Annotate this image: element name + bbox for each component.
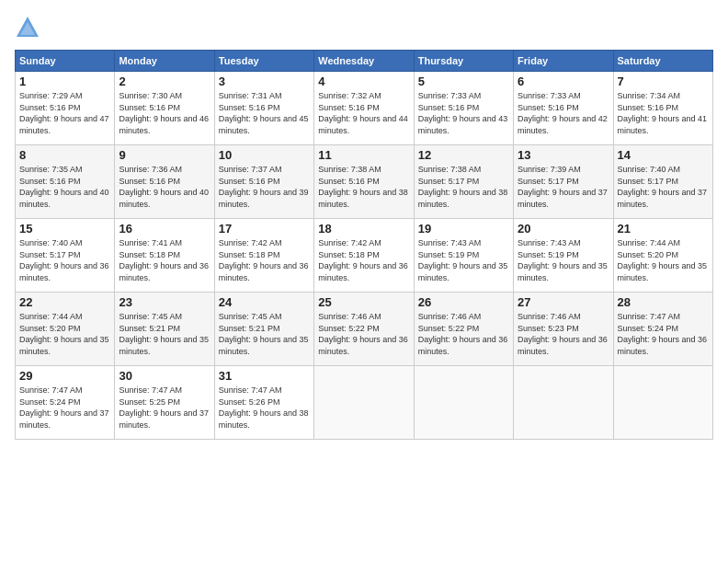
day-cell: [514, 366, 613, 440]
day-cell: 8Sunrise: 7:35 AMSunset: 5:16 PMDaylight…: [16, 145, 115, 219]
day-info: Sunrise: 7:46 AMSunset: 5:23 PMDaylight:…: [518, 312, 608, 356]
day-info: Sunrise: 7:38 AMSunset: 5:17 PMDaylight:…: [418, 165, 508, 209]
day-number: 30: [119, 369, 210, 383]
day-cell: 22Sunrise: 7:44 AMSunset: 5:20 PMDayligh…: [16, 293, 115, 366]
day-number: 29: [19, 369, 110, 383]
day-cell: 23Sunrise: 7:45 AMSunset: 5:21 PMDayligh…: [115, 293, 214, 366]
day-info: Sunrise: 7:44 AMSunset: 5:20 PMDaylight:…: [618, 238, 708, 282]
day-number: 26: [418, 295, 509, 309]
day-number: 8: [19, 148, 110, 162]
day-number: 9: [119, 148, 210, 162]
day-cell: 12Sunrise: 7:38 AMSunset: 5:17 PMDayligh…: [414, 145, 513, 219]
day-info: Sunrise: 7:46 AMSunset: 5:22 PMDaylight:…: [318, 312, 408, 356]
day-info: Sunrise: 7:42 AMSunset: 5:18 PMDaylight:…: [219, 238, 309, 282]
day-number: 15: [19, 222, 110, 236]
header-day-sunday: Sunday: [16, 51, 115, 72]
day-cell: 28Sunrise: 7:47 AMSunset: 5:24 PMDayligh…: [613, 293, 712, 366]
day-number: 10: [219, 148, 310, 162]
day-info: Sunrise: 7:37 AMSunset: 5:16 PMDaylight:…: [219, 165, 309, 209]
day-number: 25: [318, 295, 409, 309]
day-cell: 2Sunrise: 7:30 AMSunset: 5:16 PMDaylight…: [115, 72, 214, 145]
day-cell: 13Sunrise: 7:39 AMSunset: 5:17 PMDayligh…: [514, 145, 613, 219]
day-cell: 11Sunrise: 7:38 AMSunset: 5:16 PMDayligh…: [314, 145, 414, 219]
day-info: Sunrise: 7:41 AMSunset: 5:18 PMDaylight:…: [119, 238, 209, 282]
day-number: 11: [318, 148, 409, 162]
day-number: 31: [219, 369, 310, 383]
day-number: 2: [119, 75, 210, 88]
day-cell: 20Sunrise: 7:43 AMSunset: 5:19 PMDayligh…: [514, 219, 613, 293]
day-number: 19: [418, 222, 509, 236]
week-row-5: 29Sunrise: 7:47 AMSunset: 5:24 PMDayligh…: [16, 366, 713, 440]
week-row-1: 1Sunrise: 7:29 AMSunset: 5:16 PMDaylight…: [16, 72, 713, 145]
day-info: Sunrise: 7:40 AMSunset: 5:17 PMDaylight:…: [19, 238, 109, 282]
header-day-thursday: Thursday: [414, 51, 513, 72]
day-cell: [314, 366, 414, 440]
day-info: Sunrise: 7:31 AMSunset: 5:16 PMDaylight:…: [219, 91, 309, 135]
day-info: Sunrise: 7:33 AMSunset: 5:16 PMDaylight:…: [418, 91, 508, 135]
day-info: Sunrise: 7:47 AMSunset: 5:25 PMDaylight:…: [119, 385, 209, 430]
header-day-wednesday: Wednesday: [314, 51, 414, 72]
day-info: Sunrise: 7:34 AMSunset: 5:16 PMDaylight:…: [618, 91, 708, 135]
day-info: Sunrise: 7:33 AMSunset: 5:16 PMDaylight:…: [518, 91, 608, 135]
day-cell: 17Sunrise: 7:42 AMSunset: 5:18 PMDayligh…: [214, 219, 313, 293]
day-info: Sunrise: 7:46 AMSunset: 5:22 PMDaylight:…: [418, 312, 508, 356]
day-info: Sunrise: 7:42 AMSunset: 5:18 PMDaylight:…: [318, 238, 408, 282]
day-number: 21: [618, 222, 709, 236]
day-number: 17: [219, 222, 310, 236]
day-info: Sunrise: 7:47 AMSunset: 5:24 PMDaylight:…: [618, 312, 708, 356]
day-cell: 15Sunrise: 7:40 AMSunset: 5:17 PMDayligh…: [16, 219, 115, 293]
calendar-page: SundayMondayTuesdayWednesdayThursdayFrid…: [0, 0, 728, 563]
logo-icon: [15, 15, 40, 40]
day-number: 14: [618, 148, 709, 162]
day-info: Sunrise: 7:32 AMSunset: 5:16 PMDaylight:…: [318, 91, 408, 135]
day-number: 5: [418, 75, 509, 88]
day-info: Sunrise: 7:47 AMSunset: 5:24 PMDaylight:…: [19, 385, 109, 430]
day-cell: 19Sunrise: 7:43 AMSunset: 5:19 PMDayligh…: [414, 219, 513, 293]
day-cell: 26Sunrise: 7:46 AMSunset: 5:22 PMDayligh…: [414, 293, 513, 366]
day-cell: 10Sunrise: 7:37 AMSunset: 5:16 PMDayligh…: [214, 145, 313, 219]
day-number: 22: [19, 295, 110, 309]
day-info: Sunrise: 7:36 AMSunset: 5:16 PMDaylight:…: [119, 165, 209, 209]
day-info: Sunrise: 7:39 AMSunset: 5:17 PMDaylight:…: [518, 165, 608, 209]
day-info: Sunrise: 7:43 AMSunset: 5:19 PMDaylight:…: [518, 238, 608, 282]
day-cell: 9Sunrise: 7:36 AMSunset: 5:16 PMDaylight…: [115, 145, 214, 219]
day-info: Sunrise: 7:29 AMSunset: 5:16 PMDaylight:…: [19, 91, 109, 135]
day-info: Sunrise: 7:45 AMSunset: 5:21 PMDaylight:…: [119, 312, 209, 356]
day-cell: 21Sunrise: 7:44 AMSunset: 5:20 PMDayligh…: [613, 219, 712, 293]
header-day-friday: Friday: [514, 51, 613, 72]
day-info: Sunrise: 7:38 AMSunset: 5:16 PMDaylight:…: [318, 165, 408, 209]
day-number: 24: [219, 295, 310, 309]
day-number: 23: [119, 295, 210, 309]
day-number: 20: [518, 222, 609, 236]
week-row-2: 8Sunrise: 7:35 AMSunset: 5:16 PMDaylight…: [16, 145, 713, 219]
day-number: 18: [318, 222, 409, 236]
day-cell: 16Sunrise: 7:41 AMSunset: 5:18 PMDayligh…: [115, 219, 214, 293]
day-number: 7: [618, 75, 709, 88]
day-number: 12: [418, 148, 509, 162]
day-cell: 5Sunrise: 7:33 AMSunset: 5:16 PMDaylight…: [414, 72, 513, 145]
day-number: 4: [318, 75, 409, 88]
day-info: Sunrise: 7:40 AMSunset: 5:17 PMDaylight:…: [618, 165, 708, 209]
header: [15, 15, 713, 40]
day-cell: [613, 366, 712, 440]
day-number: 27: [518, 295, 609, 309]
header-day-saturday: Saturday: [613, 51, 712, 72]
day-cell: 18Sunrise: 7:42 AMSunset: 5:18 PMDayligh…: [314, 219, 414, 293]
day-info: Sunrise: 7:44 AMSunset: 5:20 PMDaylight:…: [19, 312, 109, 356]
day-cell: 29Sunrise: 7:47 AMSunset: 5:24 PMDayligh…: [16, 366, 115, 440]
day-cell: 6Sunrise: 7:33 AMSunset: 5:16 PMDaylight…: [514, 72, 613, 145]
day-number: 16: [119, 222, 210, 236]
day-info: Sunrise: 7:43 AMSunset: 5:19 PMDaylight:…: [418, 238, 508, 282]
day-cell: 31Sunrise: 7:47 AMSunset: 5:26 PMDayligh…: [214, 366, 313, 440]
header-row: SundayMondayTuesdayWednesdayThursdayFrid…: [16, 51, 713, 72]
day-number: 13: [518, 148, 609, 162]
logo: [15, 15, 44, 40]
day-info: Sunrise: 7:35 AMSunset: 5:16 PMDaylight:…: [19, 165, 109, 209]
day-cell: 4Sunrise: 7:32 AMSunset: 5:16 PMDaylight…: [314, 72, 414, 145]
calendar-table: SundayMondayTuesdayWednesdayThursdayFrid…: [15, 50, 713, 440]
day-cell: 27Sunrise: 7:46 AMSunset: 5:23 PMDayligh…: [514, 293, 613, 366]
day-cell: 14Sunrise: 7:40 AMSunset: 5:17 PMDayligh…: [613, 145, 712, 219]
header-day-monday: Monday: [115, 51, 214, 72]
day-cell: 25Sunrise: 7:46 AMSunset: 5:22 PMDayligh…: [314, 293, 414, 366]
week-row-4: 22Sunrise: 7:44 AMSunset: 5:20 PMDayligh…: [16, 293, 713, 366]
